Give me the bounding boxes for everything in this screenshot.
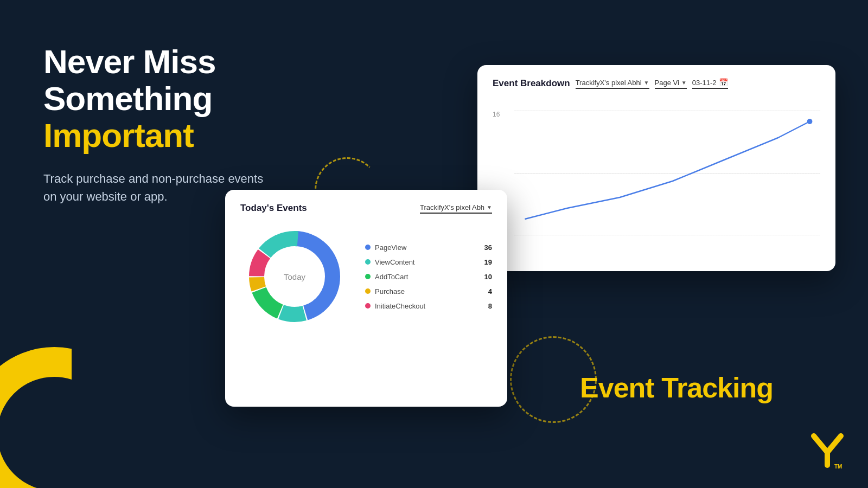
event-tracking-label: Event Tracking <box>580 371 773 404</box>
line-chart-card: Event Breakdown TrackifyX's pixel Abhi ▼… <box>477 65 835 271</box>
line-chart-dropdown1[interactable]: TrackifyX's pixel Abhi ▼ <box>576 79 649 89</box>
legend-dot <box>365 259 371 265</box>
legend-item-addtocart: AddToCart 10 <box>365 273 492 281</box>
legend-left: PageView <box>365 243 406 252</box>
headline-white: Never Miss Something <box>43 43 358 117</box>
calendar-icon: 📅 <box>719 78 728 87</box>
legend-name: ViewContent <box>375 258 414 266</box>
legend-dot <box>365 288 371 294</box>
chart-area: 16 12 <box>493 100 820 252</box>
legend-value: 10 <box>479 273 492 281</box>
legend-item-pageview: PageView 36 <box>365 243 492 252</box>
legend-list: PageView 36 ViewContent 19 AddToCart 10 … <box>365 243 492 310</box>
legend-item-viewcontent: ViewContent 19 <box>365 258 492 266</box>
legend-dot <box>365 303 371 309</box>
legend-left: AddToCart <box>365 273 408 281</box>
chart-end-dot <box>807 119 813 124</box>
donut-dropdown-arrow: ▼ <box>487 204 492 210</box>
dropdown1-arrow: ▼ <box>644 80 649 86</box>
legend-item-purchase: Purchase 4 <box>365 287 492 296</box>
chart-line <box>525 121 809 219</box>
legend-name: Purchase <box>375 287 405 296</box>
donut-chart-dropdown[interactable]: TrackifyX's pixel Abh ▼ <box>420 203 492 214</box>
donut-content: Today PageView 36 ViewContent 19 AddToCa… <box>240 222 492 331</box>
line-chart-title: Event Breakdown <box>493 78 570 89</box>
logo-area: TM <box>808 432 846 472</box>
legend-name: AddToCart <box>375 273 408 281</box>
chart-plot-area <box>514 111 820 235</box>
donut-chart-title: Today's Events <box>240 203 307 214</box>
hero-section: Never Miss Something Important Track pur… <box>43 43 358 206</box>
legend-name: InitiateCheckout <box>375 302 425 310</box>
legend-left: ViewContent <box>365 258 414 266</box>
trackifyx-logo: TM <box>808 432 846 470</box>
legend-value: 4 <box>479 287 492 296</box>
legend-value: 36 <box>479 243 492 252</box>
headline-yellow: Important <box>43 117 358 154</box>
legend-value: 8 <box>479 302 492 310</box>
donut-svg-wrap: Today <box>240 222 349 331</box>
donut-card-header: Today's Events TrackifyX's pixel Abh ▼ <box>240 203 492 214</box>
line-chart-svg <box>514 111 820 235</box>
svg-text:TM: TM <box>834 464 842 470</box>
legend-left: Purchase <box>365 287 405 296</box>
y-label-16: 16 <box>493 111 509 118</box>
legend-item-initiatecheckout: InitiateCheckout 8 <box>365 302 492 310</box>
legend-dot <box>365 245 371 250</box>
legend-value: 19 <box>479 258 492 266</box>
line-chart-dropdown2[interactable]: Page Vi ▼ <box>655 79 687 89</box>
legend-name: PageView <box>375 243 406 252</box>
line-chart-date[interactable]: 03-11-2 📅 <box>692 78 728 89</box>
legend-left: InitiateCheckout <box>365 302 425 310</box>
donut-chart-card: Today's Events TrackifyX's pixel Abh ▼ <box>225 190 507 407</box>
legend-dot <box>365 274 371 279</box>
dropdown2-arrow: ▼ <box>681 80 687 86</box>
donut-center-label: Today <box>284 272 305 281</box>
line-card-header: Event Breakdown TrackifyX's pixel Abhi ▼… <box>493 78 820 89</box>
